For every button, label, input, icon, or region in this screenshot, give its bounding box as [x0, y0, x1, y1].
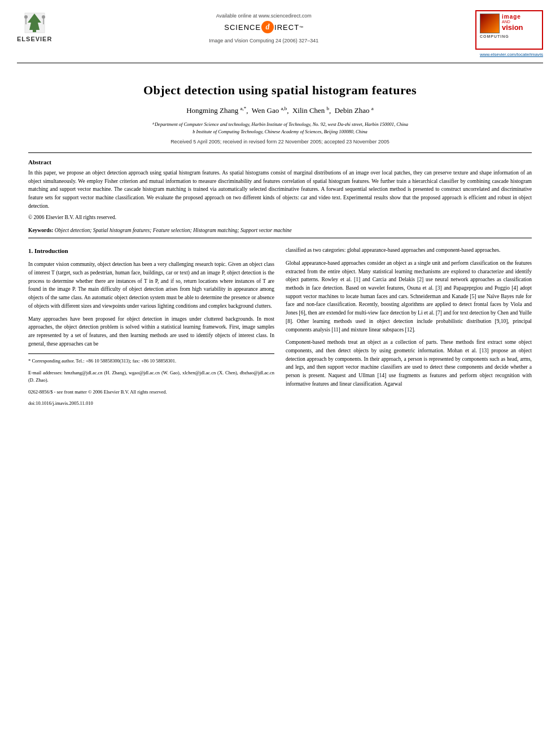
page: ELSEVIER Available online at www.science… [0, 0, 560, 747]
main-content: Object detection using spatial histogram… [0, 63, 560, 423]
section-divider-2 [28, 238, 532, 238]
doi-text: doi:10.1016/j.imavis.2005.11.010 [28, 400, 274, 407]
authors-line: Hongming Zhang a,*, Wen Gao a,b, Xilin C… [28, 106, 532, 115]
corresponding-author-text: * Corresponding author. Tel.: +86 10 588… [28, 357, 274, 365]
section-divider-1 [28, 152, 532, 153]
svg-rect-2 [33, 30, 36, 32]
two-column-body: 1. Introduction In computer vision commu… [28, 246, 532, 412]
elsevier-logo: ELSEVIER [17, 10, 52, 42]
svg-point-3 [24, 15, 28, 19]
keywords-label: Keywords: [28, 228, 53, 233]
author-sup-b1: b [327, 106, 330, 111]
keywords-text: Object detection; Spatial histogram feat… [55, 228, 292, 233]
keywords-line: Keywords: Object detection; Spatial hist… [28, 228, 532, 233]
affiliation-b: b Institute of Computing Technology, Chi… [28, 128, 532, 136]
journal-info: Image and Vision Computing 24 (2006) 327… [209, 38, 318, 43]
section1-heading: 1. Introduction [28, 246, 274, 256]
svg-point-5 [42, 15, 45, 19]
ivc-logo-block: image AND vision COMPUTING www.elsevier.… [475, 10, 543, 57]
copyright-text: © 2006 Elsevier B.V. All rights reserved… [28, 213, 532, 222]
header-center: Available online at www.sciencedirect.co… [52, 10, 475, 43]
affiliation-a: ᵃ Department of Computer Science and tec… [28, 121, 532, 128]
ivc-vision-word: vision [502, 24, 523, 31]
right-column: classified as two categories: global app… [286, 246, 532, 412]
abstract-title: Abstract [28, 159, 532, 165]
author-xilin: Xilin Chen [292, 106, 325, 115]
sciencedirect-logo: SCIENCE d IRECT ™ [224, 21, 303, 33]
intro-right-p2: Global appearance-based approaches consi… [286, 259, 532, 334]
footer-section: * Corresponding author. Tel.: +86 10 588… [28, 353, 274, 407]
intro-para-2: Many approaches have been proposed for o… [28, 315, 274, 348]
author-hongming: Hongming Zhang [186, 106, 238, 115]
science-text: SCIENCE [224, 23, 261, 32]
ivc-computing-word: COMPUTING [480, 34, 539, 38]
elsevier-label: ELSEVIER [17, 36, 52, 42]
intro-right-p1: classified as two categories: global app… [286, 246, 532, 255]
available-online-text: Available online at www.sciencedirect.co… [216, 13, 312, 19]
header: ELSEVIER Available online at www.science… [0, 0, 560, 63]
elsevier-website-link[interactable]: www.elsevier.com/locate/imavis [480, 52, 543, 57]
affiliations-block: ᵃ Department of Computer Science and tec… [28, 121, 532, 136]
ivc-logo: image AND vision COMPUTING [475, 10, 543, 50]
abstract-section: Abstract In this paper, we propose an ob… [28, 159, 532, 222]
email-text: E-mail addresses: hmzhang@jdl.ac.cn (H. … [28, 369, 274, 384]
ivc-image [480, 14, 500, 33]
author-sup-a1: a,* [240, 106, 246, 111]
author-wen: Wen Gao [252, 106, 279, 115]
author-sup-a3: a [371, 106, 374, 111]
author-sup-a2: a,b [281, 106, 287, 111]
intro-para-1: In computer vision community, object det… [28, 260, 274, 310]
sd-d-logo: d [261, 21, 274, 33]
left-column: 1. Introduction In computer vision commu… [28, 246, 274, 412]
received-dates: Received 5 April 2005; received in revis… [28, 139, 532, 145]
paper-title: Object detection using spatial histogram… [28, 83, 532, 98]
ivc-image-word: image [502, 14, 523, 20]
trademark-symbol: ™ [299, 25, 303, 29]
author-debin: Debin Zhao [335, 106, 370, 115]
ivc-title: image AND vision [502, 14, 523, 31]
issn-text: 0262-8856/$ - see front matter © 2006 El… [28, 388, 274, 396]
abstract-text: In this paper, we propose an object dete… [28, 169, 532, 211]
intro-right-p3: Component-based methods treat an object … [286, 338, 532, 388]
direct-text: IRECT [274, 23, 299, 32]
